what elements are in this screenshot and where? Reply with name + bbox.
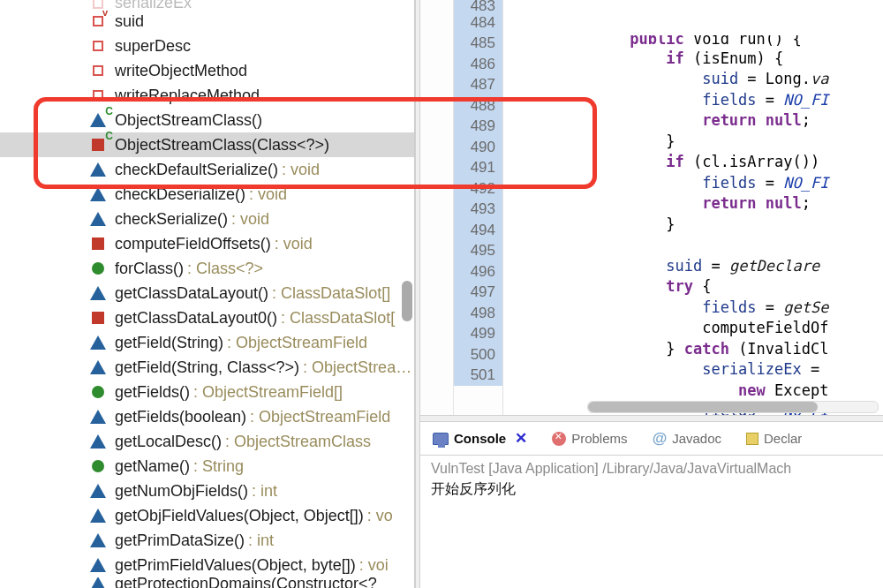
outline-item[interactable]: getPrimFieldValues(Object, byte[]) : voi [0, 553, 414, 577]
line-number[interactable]: 488 [454, 95, 502, 117]
outline-item[interactable]: getLocalDesc() : ObjectStreamClass [0, 429, 414, 454]
outline-item[interactable]: checkSerialize() : void [0, 207, 414, 231]
line-number[interactable]: 485 [454, 34, 502, 55]
outline-item[interactable]: writeObjectMethod [0, 58, 414, 83]
code-line[interactable] [503, 235, 883, 256]
outline-item[interactable]: checkDeserialize() : void [0, 182, 414, 207]
method-default-icon [88, 407, 108, 426]
code-line[interactable]: return null; [503, 193, 883, 215]
outline-view[interactable]: serializeExsuidsuperDescwriteObjectMetho… [0, 0, 415, 588]
code-line[interactable]: return null; [503, 110, 883, 132]
outline-item-label: getFields() [115, 383, 190, 402]
line-number[interactable]: 497 [454, 283, 502, 304]
line-number[interactable]: 495 [454, 241, 502, 262]
line-number[interactable]: 493 [454, 200, 502, 221]
outline-item[interactable]: forClass() : Class<?> [0, 256, 414, 281]
field-default-icon [88, 86, 108, 105]
outline-item[interactable]: getClassDataLayout0() : ClassDataSlot[ [0, 305, 414, 330]
code-line[interactable]: } [503, 131, 883, 152]
code-line[interactable]: if (cl.isArray()) [503, 152, 883, 173]
line-number[interactable]: 487 [454, 75, 502, 96]
code-line[interactable]: computeFieldOf [503, 318, 883, 339]
method-public-icon [88, 382, 108, 402]
tab-problems[interactable]: Problems [547, 427, 632, 449]
code-token: fields [702, 91, 756, 109]
tab-pin-icon[interactable]: ✕ [515, 429, 527, 448]
outline-item[interactable]: computeFieldOffsets() : void [0, 231, 414, 256]
field-volatile-icon [88, 11, 108, 31]
console-view[interactable]: VulnTest [Java Application] /Library/Jav… [420, 456, 883, 504]
line-number[interactable]: 500 [454, 344, 502, 366]
line-number[interactable]: 496 [454, 261, 502, 283]
outline-item[interactable]: getField(String) : ObjectStreamField [0, 330, 414, 355]
code-token: catch [684, 340, 729, 358]
outline-item[interactable]: getFields(boolean) : ObjectStreamField [0, 404, 414, 429]
line-number[interactable]: 501 [454, 366, 502, 387]
code-line[interactable]: fields = getSe [503, 297, 883, 318]
line-number[interactable]: 489 [454, 117, 502, 138]
code-token: (isEnum) { [684, 49, 784, 67]
line-number[interactable]: 492 [454, 178, 502, 200]
line-number[interactable]: 483 [454, 0, 502, 12]
code-line[interactable]: new Except [503, 380, 883, 401]
code-line[interactable]: } catch (InvalidCl [503, 338, 883, 359]
outline-item-label: getLocalDesc() [115, 433, 222, 451]
outline-scrollbar[interactable] [402, 281, 412, 321]
code-token: if [503, 153, 684, 170]
tab-javadoc[interactable]: @Javadoc [647, 426, 727, 451]
outline-item[interactable]: getFields() : ObjectStreamField[] [0, 380, 414, 404]
code-line[interactable]: public Void run() { [503, 35, 883, 48]
outline-list: serializeExsuidsuperDescwriteObjectMetho… [0, 0, 414, 588]
outline-item[interactable]: getNumObjFields() : int [0, 479, 414, 503]
code-token: try [503, 277, 693, 295]
code-line[interactable]: fields = NO_FI [503, 89, 883, 110]
outline-return-type: : void [275, 235, 313, 253]
outline-item[interactable]: getField(String, Class<?>) : ObjectStrea… [0, 355, 414, 380]
console-output[interactable]: 开始反序列化 [431, 480, 872, 499]
outline-return-type: : ClassDataSlot[ [281, 309, 395, 328]
code-editor[interactable]: 4834844854864874884894904914924934944954… [420, 0, 883, 415]
code-line[interactable]: } [503, 214, 883, 235]
split-divider-horizontal[interactable] [420, 415, 883, 422]
outline-return-type: : int [248, 531, 274, 550]
outline-item[interactable]: getName() : String [0, 454, 414, 479]
line-number[interactable]: 499 [454, 324, 502, 345]
outline-item[interactable]: getClassDataLayout() : ClassDataSlot[] [0, 281, 414, 305]
code-token [503, 360, 702, 378]
line-number[interactable]: 484 [454, 12, 502, 34]
outline-item[interactable]: suid [0, 9, 414, 34]
line-number[interactable]: 491 [454, 158, 502, 179]
line-number[interactable]: 490 [454, 137, 502, 158]
outline-item[interactable]: getObjFieldValues(Object, Object[]) : vo [0, 503, 414, 528]
outline-item[interactable]: ObjectStreamClass() [0, 108, 414, 132]
outline-item-label: ObjectStreamClass() [115, 111, 262, 130]
outline-return-type: : voi [359, 556, 389, 575]
outline-item[interactable]: checkDefaultSerialize() : void [0, 157, 414, 182]
code-line[interactable]: if (isEnum) { [503, 48, 883, 69]
line-number[interactable]: 498 [454, 303, 502, 324]
method-private-icon [88, 234, 108, 253]
field-default-icon [88, 61, 108, 80]
code-surface[interactable]: public Void run() { if (isEnum) { suid =… [503, 0, 883, 415]
line-number[interactable]: 494 [454, 220, 502, 241]
outline-item[interactable]: getProtectionDomains(Constructor<? [0, 577, 414, 588]
outline-item[interactable]: superDesc [0, 34, 414, 58]
code-line[interactable]: fields = NO_FI [503, 172, 883, 193]
tab-declaration[interactable]: Declar [741, 427, 807, 449]
outline-item[interactable]: ObjectStreamClass(Class<?>) [0, 132, 414, 157]
code-line[interactable]: serializeEx = [503, 359, 883, 381]
tab-console[interactable]: Console✕ [427, 426, 532, 451]
outline-item[interactable]: writeReplaceMethod [0, 83, 414, 108]
code-line[interactable]: try { [503, 276, 883, 298]
editor-horizontal-scrollbar[interactable] [587, 401, 879, 413]
outline-item[interactable]: serializeEx [0, 0, 414, 9]
right-panel: 4834844854864874884894904914924934944954… [420, 0, 883, 588]
code-line[interactable]: suid = Long.va [503, 69, 883, 90]
outline-item-label: superDesc [115, 37, 191, 56]
scrollbar-thumb[interactable] [588, 402, 818, 412]
code-line[interactable]: suid = getDeclare [503, 255, 883, 276]
outline-item[interactable]: getPrimDataSize() : int [0, 528, 414, 553]
line-number[interactable]: 486 [454, 54, 502, 75]
code-token: Void run() { [684, 35, 802, 48]
outline-return-type: : ObjectStreamField [250, 408, 390, 426]
